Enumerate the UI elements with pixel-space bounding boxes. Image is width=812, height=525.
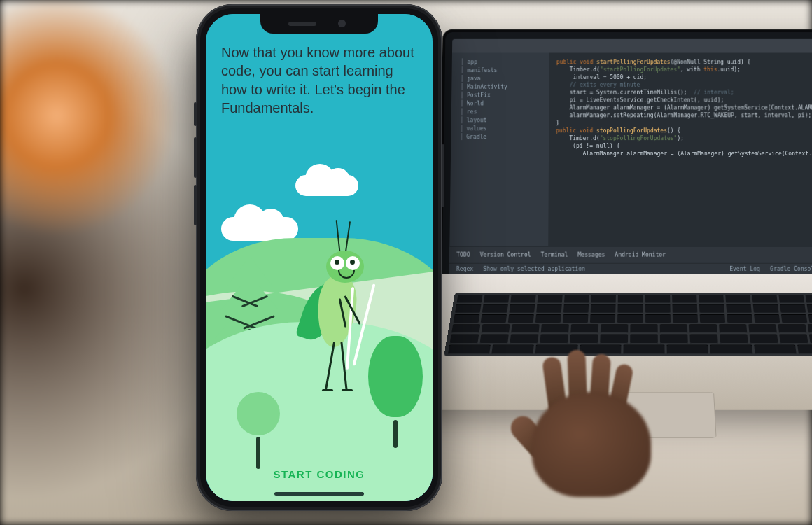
ide-bottom-tab: TODO	[456, 251, 470, 259]
phone-screen: Now that you know more about code, you c…	[206, 14, 433, 501]
ide-sidebar-item: Gradle	[461, 133, 546, 140]
grasshopper-character-icon	[287, 238, 385, 399]
ide-filter-selected: Show only selected application	[483, 265, 585, 273]
round-tree-icon	[234, 392, 283, 469]
ide-toolbar	[452, 39, 812, 54]
ide-sidebar-item: app	[462, 58, 547, 65]
laptop-lid: appmanifestsjavaMainActivityPostFixWorld…	[439, 29, 812, 288]
cloud-icon	[295, 175, 358, 196]
ide-sidebar-item: java	[461, 75, 546, 82]
cloud-icon	[221, 217, 298, 241]
app-onboarding-screen: Now that you know more about code, you c…	[206, 14, 433, 501]
phone-notch	[260, 14, 378, 34]
ide-status-eventlog: Event Log	[729, 265, 760, 273]
ide-filter-regex: Regex	[456, 265, 473, 273]
ide-status-gradle: Gradle Console	[770, 265, 812, 273]
ide-sidebar-item: res	[461, 108, 547, 115]
user-hand	[504, 350, 665, 497]
phone-volume-up	[194, 137, 197, 178]
composite-scene: appmanifestsjavaMainActivityPostFixWorld…	[0, 0, 812, 525]
ide-code-editor: public void startPollingForUpdates(@NonN…	[548, 52, 812, 246]
smartphone-frame: Now that you know more about code, you c…	[196, 4, 442, 511]
phone-power-button	[442, 144, 444, 207]
phone-mute-switch	[194, 102, 197, 126]
ide-project-sidebar: appmanifestsjavaMainActivityPostFixWorld…	[449, 52, 550, 246]
home-indicator[interactable]	[274, 492, 364, 496]
ide-bottom-tab: Version Control	[480, 251, 531, 259]
ide-status-bar: Regex Show only selected application Eve…	[449, 263, 812, 273]
ide-sidebar-item: World	[461, 100, 547, 107]
ide-sidebar-item: values	[461, 125, 546, 132]
intro-paragraph: Now that you know more about code, you c…	[221, 43, 417, 118]
ide-sidebar-item: manifests	[462, 66, 547, 74]
ide-bottom-tab: Android Monitor	[615, 251, 666, 259]
ide-bottom-panel: TODOVersion ControlTerminalMessagesAndro…	[449, 246, 812, 278]
laptop-keyboard	[444, 293, 812, 356]
start-coding-button[interactable]: START CODING	[206, 468, 433, 480]
ide-sidebar-item: layout	[461, 116, 547, 123]
ide-bottom-tab: Messages	[578, 251, 605, 259]
ide-bottom-tabs: TODOVersion ControlTerminalMessagesAndro…	[449, 246, 812, 262]
ide-sidebar-item: PostFix	[461, 92, 547, 99]
ide-window: appmanifestsjavaMainActivityPostFixWorld…	[449, 39, 812, 278]
phone-volume-down	[194, 185, 197, 225]
ide-bottom-tab: Terminal	[541, 251, 568, 259]
ide-sidebar-item: MainActivity	[461, 83, 546, 90]
